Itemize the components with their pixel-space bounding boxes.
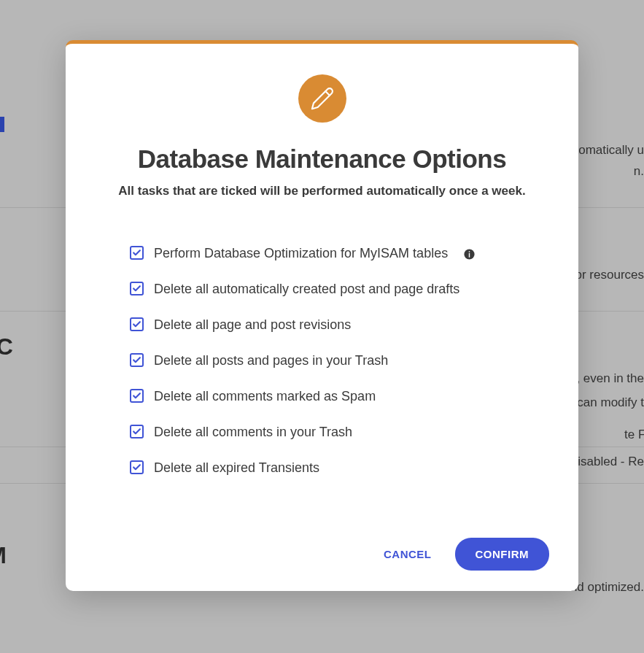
- option-label: Delete all comments in your Trash: [154, 425, 352, 440]
- checkbox[interactable]: [130, 460, 144, 474]
- checkbox[interactable]: [130, 317, 144, 331]
- option-row-delete-trash-posts: Delete all posts and pages in your Trash: [130, 353, 514, 368]
- info-icon[interactable]: [462, 248, 476, 261]
- option-row-delete-spam-comments: Delete all comments marked as Spam: [130, 389, 514, 404]
- option-row-delete-trash-comments: Delete all comments in your Trash: [130, 425, 514, 440]
- checkbox[interactable]: [130, 389, 144, 403]
- option-label: Delete all posts and pages in your Trash: [154, 353, 388, 368]
- option-label: Delete all comments marked as Spam: [154, 389, 376, 404]
- checkbox[interactable]: [130, 425, 144, 438]
- modal-title: Database Maintenance Options: [66, 144, 578, 174]
- option-row-delete-drafts: Delete all automatically created post an…: [130, 282, 514, 297]
- svg-line-0: [325, 91, 330, 96]
- checkbox[interactable]: [130, 353, 144, 367]
- modal-footer: CANCEL CONFIRM: [66, 538, 578, 571]
- option-label: Delete all automatically created post an…: [154, 282, 459, 297]
- options-list: Perform Database Optimization for MyISAM…: [66, 246, 578, 476]
- checkbox[interactable]: [130, 246, 144, 260]
- option-label: Delete all page and post revisions: [154, 317, 351, 333]
- confirm-button[interactable]: CONFIRM: [455, 538, 550, 571]
- option-label: Perform Database Optimization for MyISAM…: [154, 246, 448, 261]
- database-maintenance-modal: Database Maintenance Options All tasks t…: [66, 40, 578, 591]
- pencil-icon: [298, 74, 346, 123]
- modal-overlay[interactable]: Database Maintenance Options All tasks t…: [0, 0, 644, 653]
- option-row-db-optimization: Perform Database Optimization for MyISAM…: [130, 246, 514, 261]
- option-row-delete-transients: Delete all expired Transients: [130, 460, 514, 476]
- modal-subtitle: All tasks that are ticked will be perfor…: [66, 184, 578, 198]
- cancel-button[interactable]: CANCEL: [381, 539, 435, 569]
- option-row-delete-revisions: Delete all page and post revisions: [130, 317, 514, 333]
- option-label: Delete all expired Transients: [154, 460, 319, 476]
- checkbox[interactable]: [130, 282, 144, 295]
